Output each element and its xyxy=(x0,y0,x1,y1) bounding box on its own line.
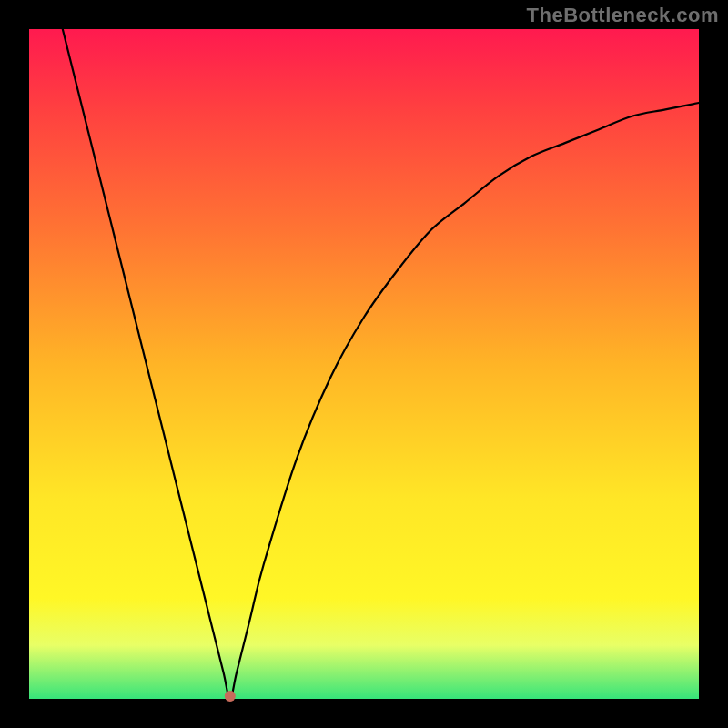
plot-area xyxy=(29,29,699,699)
bottleneck-point-dot xyxy=(225,691,236,702)
chart-container: TheBottleneck.com xyxy=(0,0,728,728)
bottleneck-curve-svg xyxy=(29,29,699,699)
bottleneck-curve xyxy=(63,29,699,699)
watermark-text: TheBottleneck.com xyxy=(527,4,719,27)
